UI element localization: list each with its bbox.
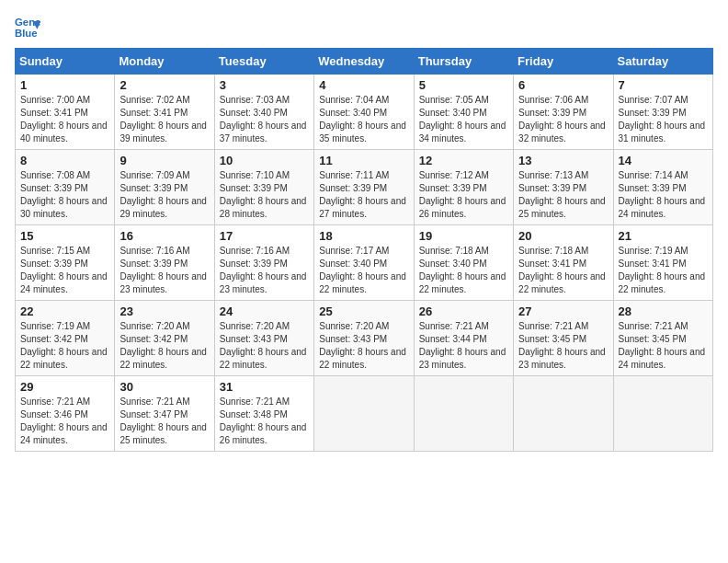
day-number: 18 [319, 229, 408, 243]
logo-icon: General Blue [15, 15, 40, 40]
day-info: Sunrise: 7:15 AM Sunset: 3:39 PM Dayligh… [20, 245, 109, 296]
day-info: Sunrise: 7:20 AM Sunset: 3:43 PM Dayligh… [319, 320, 408, 372]
calendar-cell [613, 376, 712, 452]
day-info: Sunrise: 7:04 AM Sunset: 3:40 PM Dayligh… [319, 94, 408, 145]
day-info: Sunrise: 7:05 AM Sunset: 3:40 PM Dayligh… [419, 94, 508, 145]
day-info: Sunrise: 7:20 AM Sunset: 3:42 PM Dayligh… [119, 320, 209, 372]
day-number: 14 [619, 154, 708, 167]
day-number: 27 [518, 304, 608, 318]
day-info: Sunrise: 7:03 AM Sunset: 3:40 PM Dayligh… [220, 94, 309, 145]
day-number: 8 [20, 154, 109, 167]
day-number: 29 [20, 380, 109, 394]
day-number: 15 [20, 229, 109, 243]
calendar-cell: 20Sunrise: 7:18 AM Sunset: 3:41 PM Dayli… [514, 225, 613, 301]
day-info: Sunrise: 7:09 AM Sunset: 3:39 PM Dayligh… [119, 169, 209, 221]
day-info: Sunrise: 7:06 AM Sunset: 3:39 PM Dayligh… [518, 94, 608, 145]
day-info: Sunrise: 7:07 AM Sunset: 3:39 PM Dayligh… [619, 94, 708, 145]
day-number: 25 [319, 304, 408, 318]
day-number: 20 [518, 229, 608, 243]
day-header-thursday: Thursday [414, 49, 513, 75]
calendar-cell: 14Sunrise: 7:14 AM Sunset: 3:39 PM Dayli… [613, 150, 712, 225]
day-number: 13 [518, 154, 608, 167]
calendar-week-4: 22Sunrise: 7:19 AM Sunset: 3:42 PM Dayli… [16, 301, 713, 376]
day-number: 26 [419, 304, 508, 318]
calendar-cell [314, 376, 414, 452]
day-info: Sunrise: 7:12 AM Sunset: 3:39 PM Dayligh… [419, 169, 508, 221]
day-number: 2 [119, 78, 209, 92]
day-info: Sunrise: 7:21 AM Sunset: 3:47 PM Dayligh… [119, 396, 209, 447]
day-number: 9 [119, 154, 209, 167]
calendar-cell: 30Sunrise: 7:21 AM Sunset: 3:47 PM Dayli… [115, 376, 214, 452]
day-info: Sunrise: 7:21 AM Sunset: 3:45 PM Dayligh… [518, 320, 608, 372]
page-header: General Blue [15, 15, 713, 40]
day-header-wednesday: Wednesday [314, 49, 414, 75]
day-number: 28 [619, 304, 708, 318]
day-number: 1 [20, 78, 109, 92]
calendar-cell: 9Sunrise: 7:09 AM Sunset: 3:39 PM Daylig… [115, 150, 214, 225]
day-info: Sunrise: 7:02 AM Sunset: 3:41 PM Dayligh… [119, 94, 209, 145]
calendar-cell: 19Sunrise: 7:18 AM Sunset: 3:40 PM Dayli… [414, 225, 513, 301]
day-number: 31 [220, 380, 309, 394]
calendar-cell: 22Sunrise: 7:19 AM Sunset: 3:42 PM Dayli… [16, 301, 115, 376]
calendar-cell: 5Sunrise: 7:05 AM Sunset: 3:40 PM Daylig… [414, 75, 513, 150]
calendar-header: SundayMondayTuesdayWednesdayThursdayFrid… [16, 49, 713, 75]
day-number: 11 [319, 154, 408, 167]
day-info: Sunrise: 7:19 AM Sunset: 3:42 PM Dayligh… [20, 320, 109, 372]
day-header-tuesday: Tuesday [214, 49, 313, 75]
day-number: 10 [220, 154, 309, 167]
day-info: Sunrise: 7:16 AM Sunset: 3:39 PM Dayligh… [220, 245, 309, 296]
svg-text:Blue: Blue [15, 28, 38, 39]
calendar-cell: 24Sunrise: 7:20 AM Sunset: 3:43 PM Dayli… [214, 301, 313, 376]
day-number: 4 [319, 78, 408, 92]
day-number: 23 [119, 304, 209, 318]
calendar-cell: 8Sunrise: 7:08 AM Sunset: 3:39 PM Daylig… [16, 150, 115, 225]
day-header-saturday: Saturday [613, 49, 712, 75]
calendar-week-2: 8Sunrise: 7:08 AM Sunset: 3:39 PM Daylig… [16, 150, 713, 225]
day-info: Sunrise: 7:00 AM Sunset: 3:41 PM Dayligh… [20, 94, 109, 145]
calendar-week-1: 1Sunrise: 7:00 AM Sunset: 3:41 PM Daylig… [16, 75, 713, 150]
calendar-cell: 12Sunrise: 7:12 AM Sunset: 3:39 PM Dayli… [414, 150, 513, 225]
day-info: Sunrise: 7:21 AM Sunset: 3:45 PM Dayligh… [619, 320, 708, 372]
calendar-cell: 16Sunrise: 7:16 AM Sunset: 3:39 PM Dayli… [115, 225, 214, 301]
day-info: Sunrise: 7:08 AM Sunset: 3:39 PM Dayligh… [20, 169, 109, 221]
day-number: 6 [518, 78, 608, 92]
day-number: 19 [419, 229, 508, 243]
day-info: Sunrise: 7:17 AM Sunset: 3:40 PM Dayligh… [319, 245, 408, 296]
calendar-cell: 18Sunrise: 7:17 AM Sunset: 3:40 PM Dayli… [314, 225, 414, 301]
calendar-cell: 17Sunrise: 7:16 AM Sunset: 3:39 PM Dayli… [214, 225, 313, 301]
day-info: Sunrise: 7:18 AM Sunset: 3:40 PM Dayligh… [419, 245, 508, 296]
day-number: 22 [20, 304, 109, 318]
day-info: Sunrise: 7:21 AM Sunset: 3:46 PM Dayligh… [20, 396, 109, 447]
day-info: Sunrise: 7:21 AM Sunset: 3:44 PM Dayligh… [419, 320, 508, 372]
calendar-cell: 26Sunrise: 7:21 AM Sunset: 3:44 PM Dayli… [414, 301, 513, 376]
day-info: Sunrise: 7:16 AM Sunset: 3:39 PM Dayligh… [119, 245, 209, 296]
calendar-cell: 11Sunrise: 7:11 AM Sunset: 3:39 PM Dayli… [314, 150, 414, 225]
day-number: 30 [119, 380, 209, 394]
calendar-cell: 28Sunrise: 7:21 AM Sunset: 3:45 PM Dayli… [613, 301, 712, 376]
day-number: 21 [619, 229, 708, 243]
day-header-friday: Friday [514, 49, 613, 75]
calendar-cell: 27Sunrise: 7:21 AM Sunset: 3:45 PM Dayli… [514, 301, 613, 376]
calendar-cell: 13Sunrise: 7:13 AM Sunset: 3:39 PM Dayli… [514, 150, 613, 225]
day-info: Sunrise: 7:14 AM Sunset: 3:39 PM Dayligh… [619, 169, 708, 221]
logo: General Blue [15, 15, 44, 40]
day-info: Sunrise: 7:10 AM Sunset: 3:39 PM Dayligh… [220, 169, 309, 221]
day-info: Sunrise: 7:18 AM Sunset: 3:41 PM Dayligh… [518, 245, 608, 296]
day-info: Sunrise: 7:11 AM Sunset: 3:39 PM Dayligh… [319, 169, 408, 221]
calendar-cell: 3Sunrise: 7:03 AM Sunset: 3:40 PM Daylig… [214, 75, 313, 150]
calendar-week-3: 15Sunrise: 7:15 AM Sunset: 3:39 PM Dayli… [16, 225, 713, 301]
day-number: 24 [220, 304, 309, 318]
day-number: 5 [419, 78, 508, 92]
calendar-cell: 21Sunrise: 7:19 AM Sunset: 3:41 PM Dayli… [613, 225, 712, 301]
calendar-cell [414, 376, 513, 452]
day-number: 3 [220, 78, 309, 92]
day-number: 17 [220, 229, 309, 243]
day-info: Sunrise: 7:20 AM Sunset: 3:43 PM Dayligh… [220, 320, 309, 372]
calendar-cell: 29Sunrise: 7:21 AM Sunset: 3:46 PM Dayli… [16, 376, 115, 452]
calendar-cell: 6Sunrise: 7:06 AM Sunset: 3:39 PM Daylig… [514, 75, 613, 150]
calendar-cell: 23Sunrise: 7:20 AM Sunset: 3:42 PM Dayli… [115, 301, 214, 376]
calendar-cell: 25Sunrise: 7:20 AM Sunset: 3:43 PM Dayli… [314, 301, 414, 376]
calendar-cell: 2Sunrise: 7:02 AM Sunset: 3:41 PM Daylig… [115, 75, 214, 150]
calendar-cell: 31Sunrise: 7:21 AM Sunset: 3:48 PM Dayli… [214, 376, 313, 452]
day-number: 7 [619, 78, 708, 92]
